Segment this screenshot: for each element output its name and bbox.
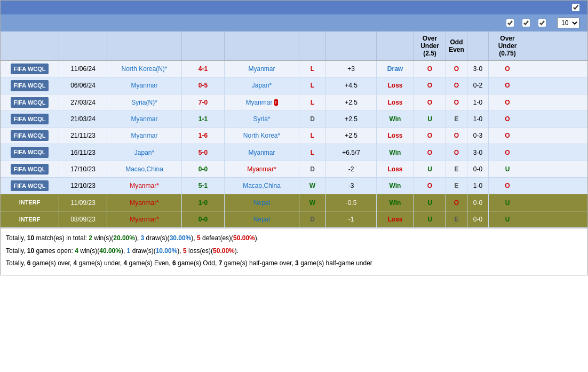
match-type-cell: FIFA WCQL <box>1 77 59 93</box>
odd-even-cell: O <box>446 128 467 144</box>
table-row: FIFA WCQL 11/06/24 North Korea(N)* 4-1 M… <box>1 61 587 77</box>
games-count-select[interactable]: 5 10 15 20 <box>557 18 579 28</box>
odds-cell: Win <box>377 111 414 127</box>
result-cell: 5-1 <box>182 178 225 194</box>
wld-cell: D <box>299 111 326 127</box>
handicap-cell: -1 <box>326 211 377 227</box>
over-under-25-cell: O <box>414 144 446 160</box>
ht-cell: 1-0 <box>467 94 489 110</box>
odd-even-cell: E <box>446 211 467 227</box>
table-row: INTERF 08/09/23 Myanmar* 0-0 Nepal D -1 … <box>1 211 587 228</box>
team2-cell: North Korea* <box>225 128 299 144</box>
team2-cell: Myanmar <box>225 144 299 160</box>
table-header: Over Under (2.5) Odd Even Over Under (0.… <box>1 31 587 61</box>
header-match <box>1 31 59 60</box>
fifa-wcql-checkbox[interactable] <box>522 19 530 27</box>
result-cell: 0-0 <box>182 211 225 227</box>
handicap-cell: +4.5 <box>326 77 377 93</box>
summary-section: Totally, 10 match(es) in total: 2 win(s)… <box>1 228 587 275</box>
handicap-cell: -2 <box>326 161 377 177</box>
header-ht <box>467 31 489 60</box>
handicap-cell: +6.5/7 <box>326 144 377 160</box>
over-under-25-cell: O <box>414 128 446 144</box>
wld-cell: L <box>299 128 326 144</box>
table-row: FIFA WCQL 21/11/23 Myanmar 1-6 North Kor… <box>1 128 587 144</box>
team2-cell: Nepal <box>225 211 299 227</box>
table-row: FIFA WCQL 27/03/24 Syria(N)* 7-0 Myanmar… <box>1 94 587 111</box>
fifa-wcql-filter[interactable] <box>522 19 532 27</box>
date-cell: 21/03/24 <box>59 111 107 127</box>
odd-even-cell: O <box>446 144 467 160</box>
odd-even-cell: E <box>446 161 467 177</box>
over-under-075-cell: O <box>489 111 526 127</box>
odd-even-cell: E <box>446 111 467 127</box>
date-cell: 16/11/23 <box>59 144 107 160</box>
team2-cell: Myanmar! <box>225 94 299 110</box>
match-type-cell: FIFA WCQL <box>1 144 59 160</box>
wld-cell: D <box>299 161 326 177</box>
odd-even-cell: O <box>446 194 467 210</box>
team1-cell: Myanmar* <box>107 194 182 210</box>
result-cell: 5-0 <box>182 144 225 160</box>
table-row: FIFA WCQL 06/06/24 Myanmar 0-5 Japan* L … <box>1 77 587 94</box>
match-type-label: FIFA WCQL <box>11 64 48 74</box>
summary-line3: Totally, 6 game(s) over, 4 game(s) under… <box>6 258 582 270</box>
odd-even-cell: O <box>446 94 467 110</box>
odds-cell: Win <box>377 194 414 210</box>
wld-cell: W <box>299 194 326 210</box>
aff-sc-checkbox[interactable] <box>538 19 546 27</box>
table-row: FIFA WCQL 21/03/24 Myanmar 1-1 Syria* D … <box>1 111 587 128</box>
match-type-label: INTERF <box>17 214 43 225</box>
ht-cell: 3-0 <box>467 61 489 77</box>
over-under-075-cell: O <box>489 144 526 160</box>
team1-cell: Myanmar <box>107 111 182 127</box>
date-cell: 11/06/24 <box>59 61 107 77</box>
match-type-label: FIFA WCQL <box>11 180 48 191</box>
wld-cell: L <box>299 77 326 93</box>
display-notes-checkbox[interactable] <box>572 4 579 11</box>
table-row: FIFA WCQL 16/11/23 Japan* 5-0 Myanmar L … <box>1 144 587 161</box>
match-type-label: FIFA WCQL <box>11 130 48 141</box>
wld-cell: L <box>299 94 326 110</box>
date-cell: 12/10/23 <box>59 178 107 194</box>
team2-cell: Japan* <box>225 77 299 93</box>
over-under-25-cell: U <box>414 111 446 127</box>
team1-cell: Myanmar <box>107 128 182 144</box>
match-type-cell: FIFA WCQL <box>1 178 59 194</box>
ht-cell: 3-0 <box>467 144 489 160</box>
wld-cell: L <box>299 61 326 77</box>
table-row: INTERF 11/09/23 Myanmar* 1-0 Nepal W -0.… <box>1 194 587 211</box>
odds-cell: Win <box>377 144 414 160</box>
interf-checkbox[interactable] <box>506 19 514 27</box>
date-cell: 08/09/23 <box>59 211 107 227</box>
result-cell: 1-1 <box>182 111 225 127</box>
odd-even-cell: O <box>446 77 467 93</box>
ht-cell: 0-2 <box>467 77 489 93</box>
ht-cell: 0-0 <box>467 161 489 177</box>
header-over-under-075: Over Under (0.75) <box>489 31 526 60</box>
match-type-label: FIFA WCQL <box>11 80 48 91</box>
team1-cell: Myanmar <box>107 77 182 93</box>
header-handicap <box>326 31 377 60</box>
date-cell: 27/03/24 <box>59 94 107 110</box>
result-cell: 0-5 <box>182 77 225 93</box>
over-under-25-cell: U <box>414 161 446 177</box>
ht-cell: 1-0 <box>467 178 489 194</box>
aff-sc-filter[interactable] <box>538 19 548 27</box>
over-under-25-cell: O <box>414 178 446 194</box>
over-under-075-cell: O <box>489 77 526 93</box>
over-under-075-cell: O <box>489 128 526 144</box>
over-under-25-cell: U <box>414 211 446 227</box>
wld-cell: D <box>299 211 326 227</box>
interf-filter[interactable] <box>506 19 516 27</box>
match-type-cell: FIFA WCQL <box>1 111 59 127</box>
team2-cell: Myanmar <box>225 61 299 77</box>
match-type-cell: INTERF <box>1 194 59 210</box>
handicap-cell: -0.5 <box>326 194 377 210</box>
team2-cell: Syria* <box>225 111 299 127</box>
team1-cell: North Korea(N)* <box>107 61 182 77</box>
team1-cell: Syria(N)* <box>107 94 182 110</box>
match-type-cell: FIFA WCQL <box>1 161 59 177</box>
title-bar <box>1 1 587 14</box>
odds-cell: Loss <box>377 161 414 177</box>
